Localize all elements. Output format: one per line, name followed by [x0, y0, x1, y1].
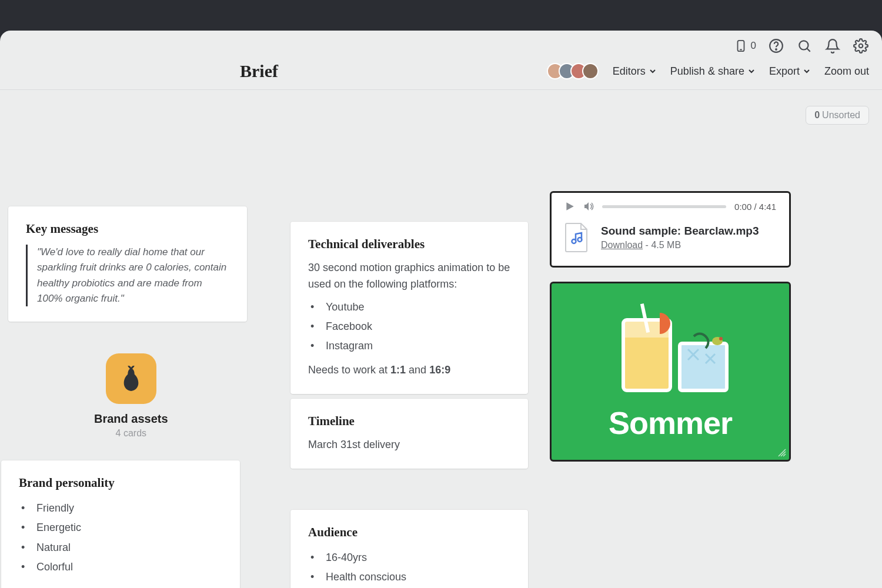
list-item: Colorful [19, 557, 222, 577]
list-item: 16-40yrs [308, 548, 510, 567]
resize-handle-icon[interactable] [777, 448, 787, 457]
svg-line-5 [807, 48, 810, 51]
card-title: Timeline [308, 414, 510, 429]
audio-file-name: Sound sample: Bearclaw.mp3 [601, 225, 759, 238]
volume-icon[interactable] [583, 201, 594, 212]
list-item: Facebook [308, 317, 510, 336]
app-window: 0 Brief Editors [0, 31, 882, 588]
audio-card[interactable]: 0:00 / 4:41 Sound sample: Bearclaw.mp3 D… [550, 191, 791, 268]
topbar: 0 [0, 31, 882, 56]
chevron-down-icon [748, 68, 755, 75]
export-dropdown[interactable]: Export [769, 65, 810, 78]
editors-label: Editors [613, 65, 646, 78]
audio-file-icon [564, 222, 589, 253]
list-item: Youtube [308, 298, 510, 317]
audio-controls: 0:00 / 4:41 [564, 201, 776, 212]
play-icon[interactable] [564, 201, 575, 212]
audio-file-row: Sound sample: Bearclaw.mp3 Download - 4.… [564, 222, 776, 253]
gear-icon[interactable] [853, 38, 869, 54]
drinks-illustration [606, 302, 735, 396]
pear-icon [106, 353, 156, 404]
key-messages-quote: "We'd love to really dial home that our … [26, 245, 229, 306]
svg-rect-11 [680, 343, 727, 390]
brand-assets-stack[interactable]: Brand assets 4 cards [94, 353, 168, 439]
chevron-down-icon [649, 68, 656, 75]
poster-image-sommer[interactable]: Sommer [550, 282, 791, 462]
timeline-body: March 31st delivery [308, 437, 510, 453]
audio-file-meta: Download - 4.5 MB [601, 240, 759, 250]
chevron-down-icon [803, 68, 810, 75]
list-item: Instagram [308, 336, 510, 356]
audio-progress[interactable] [602, 205, 726, 208]
editors-dropdown[interactable]: Editors [613, 65, 656, 78]
list-item: Health conscious [308, 567, 510, 587]
card-title: Technical deliverables [308, 237, 510, 252]
page-title: Brief [240, 61, 278, 81]
header-row: Brief Editors Publish & share Export Zoo… [0, 56, 882, 90]
notifications-icon[interactable] [824, 38, 841, 54]
key-messages-card[interactable]: Key messages "We'd love to really dial h… [8, 206, 247, 322]
brand-personality-card[interactable]: Brand personality Friendly Energetic Nat… [1, 460, 240, 588]
list-item: Energetic [19, 518, 222, 537]
audio-time: 0:00 / 4:41 [734, 202, 776, 212]
technical-deliverables-card[interactable]: Technical deliverables 30 second motion … [290, 222, 528, 394]
search-icon[interactable] [796, 38, 813, 54]
download-link[interactable]: Download [601, 240, 643, 250]
list-item: Natural [19, 538, 222, 557]
brand-assets-title: Brand assets [94, 412, 168, 426]
card-title: Key messages [26, 222, 229, 236]
export-label: Export [769, 65, 800, 78]
canvas[interactable]: Key messages "We'd love to really dial h… [0, 90, 882, 444]
brand-assets-sub: 4 cards [94, 428, 168, 439]
publish-label: Publish & share [670, 65, 744, 78]
zoom-out-button[interactable]: Zoom out [824, 65, 869, 78]
technical-ratios: Needs to work at 1:1 and 16:9 [308, 362, 510, 379]
collaborator-avatars[interactable] [547, 63, 599, 79]
mobile-preview-button[interactable]: 0 [734, 38, 756, 54]
file-size: - 4.5 MB [643, 240, 681, 250]
audience-card[interactable]: Audience 16-40yrs Health conscious Femal… [290, 510, 528, 588]
poster-title: Sommer [609, 405, 732, 441]
card-title: Audience [308, 525, 510, 540]
timeline-card[interactable]: Timeline March 31st delivery [290, 399, 528, 469]
technical-intro: 30 second motion graphics animation to b… [308, 260, 510, 293]
svg-point-3 [776, 49, 777, 50]
header-actions: Editors Publish & share Export Zoom out [547, 63, 869, 79]
svg-point-4 [799, 41, 808, 49]
list-item: Friendly [19, 499, 222, 518]
brand-personality-list: Friendly Energetic Natural Colorful [19, 499, 222, 577]
publish-dropdown[interactable]: Publish & share [670, 65, 755, 78]
svg-point-6 [859, 44, 863, 48]
audience-list: 16-40yrs Health conscious Female 65%, Ma… [308, 548, 510, 588]
help-icon[interactable] [768, 38, 784, 54]
card-title: Brand personality [19, 476, 222, 490]
svg-point-14 [719, 337, 723, 340]
mobile-count-value: 0 [751, 40, 756, 52]
avatar [582, 63, 599, 79]
technical-list: Youtube Facebook Instagram [308, 298, 510, 356]
